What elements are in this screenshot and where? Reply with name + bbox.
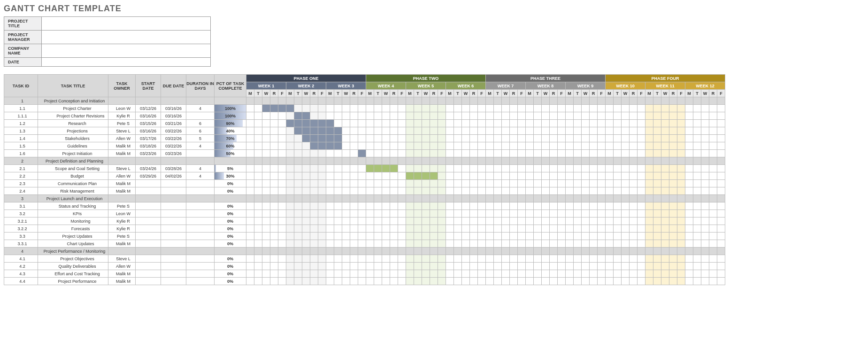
gantt-cell[interactable]	[270, 225, 278, 233]
gantt-cell[interactable]	[478, 112, 486, 120]
gantt-cell[interactable]	[278, 150, 286, 157]
gantt-cell[interactable]	[286, 157, 294, 165]
gantt-cell[interactable]	[542, 240, 550, 248]
gantt-cell[interactable]	[622, 248, 630, 255]
gantt-cell[interactable]	[518, 97, 526, 105]
gantt-cell[interactable]	[574, 233, 582, 240]
gantt-cell[interactable]	[430, 248, 438, 255]
gantt-cell[interactable]	[630, 240, 638, 248]
gantt-cell[interactable]	[462, 217, 470, 225]
gantt-cell[interactable]	[342, 233, 350, 240]
meta-value[interactable]	[42, 17, 211, 31]
gantt-cell[interactable]	[278, 248, 286, 255]
gantt-cell[interactable]	[542, 195, 550, 202]
gantt-cell[interactable]	[510, 255, 518, 263]
gantt-cell[interactable]	[566, 150, 574, 157]
gantt-cell[interactable]	[422, 263, 430, 270]
gantt-cell[interactable]	[574, 157, 582, 165]
gantt-cell[interactable]	[677, 187, 685, 195]
gantt-cell[interactable]	[558, 278, 566, 285]
gantt-cell[interactable]	[630, 165, 638, 172]
gantt-cell[interactable]	[685, 97, 693, 105]
gantt-cell[interactable]	[478, 225, 486, 233]
gantt-cell[interactable]	[645, 233, 653, 240]
gantt-cell[interactable]	[558, 157, 566, 165]
gantt-cell[interactable]	[677, 105, 685, 112]
gantt-cell[interactable]	[494, 240, 502, 248]
gantt-cell[interactable]	[326, 233, 334, 240]
gantt-cell[interactable]	[510, 105, 518, 112]
gantt-cell[interactable]	[374, 278, 382, 285]
gantt-cell[interactable]	[350, 248, 358, 255]
task-row[interactable]: 1.6Project InitiationMalik M03/23/2603/2…	[4, 150, 725, 157]
gantt-cell[interactable]	[366, 135, 374, 142]
gantt-cell[interactable]	[542, 150, 550, 157]
gantt-cell[interactable]	[630, 127, 638, 135]
gantt-cell[interactable]	[270, 112, 278, 120]
gantt-cell[interactable]	[550, 270, 558, 278]
gantt-cell[interactable]	[414, 187, 422, 195]
gantt-cell[interactable]	[550, 157, 558, 165]
gantt-cell[interactable]	[382, 187, 390, 195]
gantt-cell[interactable]	[414, 180, 422, 187]
gantt-cell[interactable]	[326, 225, 334, 233]
gantt-cell[interactable]	[270, 255, 278, 263]
gantt-cell[interactable]	[622, 255, 630, 263]
gantt-cell[interactable]	[717, 157, 725, 165]
gantt-cell[interactable]	[286, 225, 294, 233]
gantt-cell[interactable]	[254, 210, 262, 217]
gantt-cell[interactable]	[286, 202, 294, 210]
gantt-cell[interactable]	[446, 255, 454, 263]
gantt-cell[interactable]	[494, 157, 502, 165]
gantt-cell[interactable]	[278, 270, 286, 278]
gantt-cell[interactable]	[246, 270, 254, 278]
gantt-cell[interactable]	[302, 217, 310, 225]
gantt-cell[interactable]	[478, 127, 486, 135]
gantt-cell[interactable]	[574, 195, 582, 202]
gantt-cell[interactable]	[398, 233, 406, 240]
gantt-cell[interactable]	[717, 248, 725, 255]
gantt-cell[interactable]	[438, 195, 446, 202]
gantt-cell[interactable]	[454, 255, 462, 263]
gantt-cell[interactable]	[382, 120, 390, 127]
gantt-cell[interactable]	[717, 97, 725, 105]
gantt-cell[interactable]	[246, 225, 254, 233]
gantt-cell[interactable]	[693, 105, 701, 112]
gantt-cell[interactable]	[661, 180, 669, 187]
gantt-cell[interactable]	[478, 240, 486, 248]
gantt-cell[interactable]	[262, 255, 270, 263]
gantt-cell[interactable]	[709, 187, 717, 195]
gantt-cell[interactable]	[606, 180, 614, 187]
gantt-cell[interactable]	[669, 112, 677, 120]
gantt-cell[interactable]	[638, 255, 645, 263]
gantt-cell[interactable]	[526, 240, 534, 248]
gantt-cell[interactable]	[278, 255, 286, 263]
gantt-cell[interactable]	[350, 127, 358, 135]
gantt-cell[interactable]	[446, 270, 454, 278]
gantt-cell[interactable]	[677, 127, 685, 135]
gantt-cell[interactable]	[693, 210, 701, 217]
gantt-cell[interactable]	[318, 120, 326, 127]
gantt-cell[interactable]	[709, 172, 717, 180]
gantt-cell[interactable]	[598, 217, 606, 225]
gantt-cell[interactable]	[478, 142, 486, 150]
gantt-cell[interactable]	[270, 172, 278, 180]
gantt-cell[interactable]	[574, 210, 582, 217]
gantt-cell[interactable]	[709, 255, 717, 263]
gantt-cell[interactable]	[661, 195, 669, 202]
gantt-cell[interactable]	[342, 157, 350, 165]
gantt-cell[interactable]	[326, 127, 334, 135]
gantt-cell[interactable]	[598, 172, 606, 180]
gantt-cell[interactable]	[622, 142, 630, 150]
gantt-cell[interactable]	[645, 255, 653, 263]
gantt-cell[interactable]	[534, 255, 542, 263]
gantt-cell[interactable]	[246, 210, 254, 217]
gantt-cell[interactable]	[374, 165, 382, 172]
gantt-cell[interactable]	[486, 263, 494, 270]
gantt-cell[interactable]	[526, 135, 534, 142]
gantt-cell[interactable]	[446, 97, 454, 105]
task-row[interactable]: 2.1Scope and Goal SettingSteve L03/24/26…	[4, 165, 725, 172]
gantt-cell[interactable]	[526, 233, 534, 240]
gantt-cell[interactable]	[262, 202, 270, 210]
gantt-cell[interactable]	[693, 142, 701, 150]
